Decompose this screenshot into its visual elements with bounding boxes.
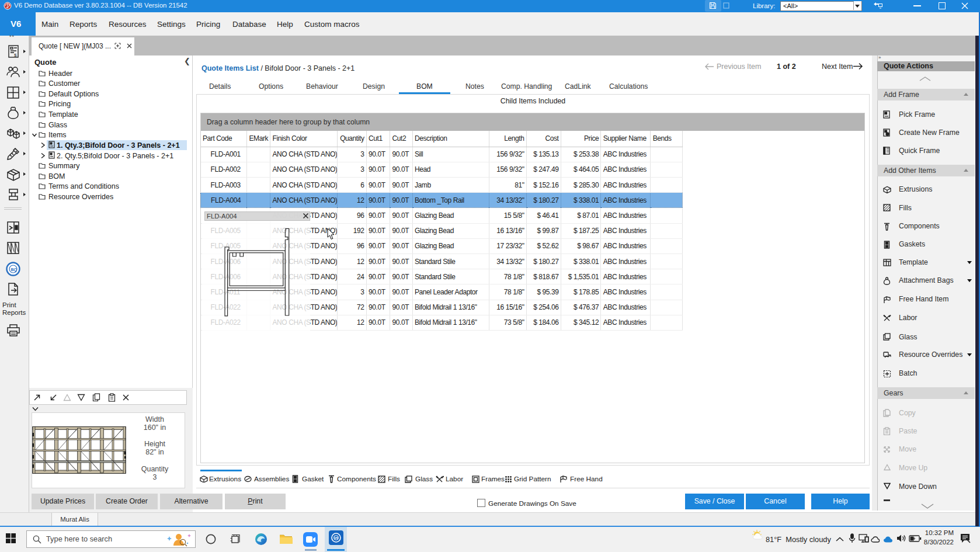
svg-text:V6: V6	[334, 536, 338, 540]
svg-text:BQ: BQ	[11, 268, 18, 272]
svg-text:$: $	[14, 53, 17, 58]
